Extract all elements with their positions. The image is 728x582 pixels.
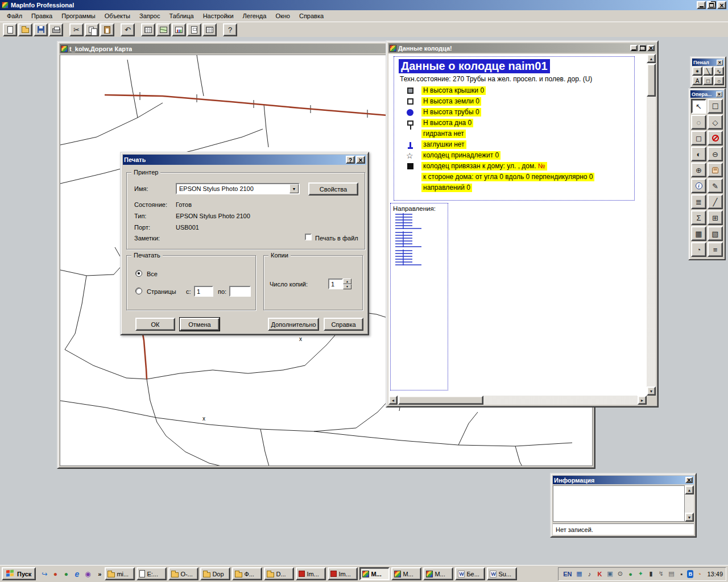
well-close-button[interactable]: [647, 45, 655, 51]
new-table-button[interactable]: [3, 23, 17, 36]
info-close-button[interactable]: [685, 477, 693, 483]
tray-usb-icon[interactable]: ↯: [656, 569, 665, 579]
drawing-toolbar-close-icon[interactable]: [717, 60, 723, 65]
info-scroll-down-button[interactable]: [685, 513, 694, 522]
taskbar-window-button[interactable]: M...: [359, 567, 390, 580]
clip-region-tool[interactable]: ◔: [691, 242, 706, 257]
start-button[interactable]: Пуск: [2, 567, 36, 580]
new-browser-tool[interactable]: ⊞: [708, 210, 723, 225]
taskbar-window-button[interactable]: mi...: [105, 567, 135, 580]
help-button[interactable]: ?: [223, 23, 237, 36]
menu-item[interactable]: Таблица: [164, 11, 198, 21]
menu-item[interactable]: Запрос: [135, 11, 164, 21]
new-mapper-button[interactable]: [156, 23, 171, 36]
quicklaunch-red-app-icon[interactable]: ●: [50, 568, 60, 580]
radius-select-tool[interactable]: ◌: [691, 115, 706, 130]
menu-item[interactable]: Справка: [295, 11, 328, 21]
boundary-select-tool[interactable]: ◻: [691, 131, 706, 146]
tray-update-icon[interactable]: ●: [626, 569, 635, 579]
well-window-titlebar[interactable]: Данные колодца!: [388, 43, 656, 53]
menu-item[interactable]: Легенда: [238, 11, 271, 21]
spinner-up-icon[interactable]: [343, 278, 351, 284]
operations-toolbar-close-icon[interactable]: [716, 92, 722, 97]
printer-select-dropdown-icon[interactable]: [289, 184, 299, 193]
tray-printer-icon[interactable]: ▤: [667, 569, 676, 579]
scroll-left-button[interactable]: [388, 396, 398, 405]
well-vertical-scrollbar[interactable]: [647, 54, 656, 396]
unselect-all-tool[interactable]: [708, 131, 723, 146]
taskbar-window-button[interactable]: Im...: [328, 567, 358, 580]
taskbar-window-button[interactable]: M...: [423, 567, 453, 580]
tray-antivirus-icon[interactable]: K: [595, 569, 604, 579]
menu-item[interactable]: Программы: [57, 11, 100, 21]
tray-scheduler-icon[interactable]: ⊙: [615, 569, 624, 579]
label-tool[interactable]: ✎: [708, 178, 723, 193]
scroll-down-button[interactable]: [647, 386, 656, 396]
print-all-radio[interactable]: [135, 270, 142, 277]
horizontal-scroll-thumb[interactable]: [398, 396, 483, 405]
legend-tool[interactable]: ≡: [708, 242, 723, 257]
print-button[interactable]: [49, 23, 63, 36]
advanced-button[interactable]: Дополнительно: [268, 318, 319, 331]
tray-cpu-icon[interactable]: ▪: [677, 569, 686, 579]
taskbar-window-button[interactable]: M...: [391, 567, 421, 580]
menu-item[interactable]: Правка: [27, 11, 57, 21]
info-tool[interactable]: [691, 178, 706, 193]
polyline-tool[interactable]: ∿: [714, 66, 724, 76]
tray-battery-icon[interactable]: ▮: [646, 569, 655, 579]
quicklaunch-overflow-chevron[interactable]: »: [96, 568, 103, 580]
paste-button[interactable]: [100, 23, 114, 36]
info-record-list[interactable]: [553, 485, 685, 522]
zoom-out-tool[interactable]: ⊖: [708, 147, 723, 161]
app-minimize-button[interactable]: [697, 1, 706, 9]
tray-volume-icon[interactable]: ♪: [585, 569, 594, 579]
open-table-button[interactable]: [18, 23, 32, 36]
scroll-right-button[interactable]: [638, 396, 647, 405]
quicklaunch-shortcut-icon[interactable]: ↪: [39, 568, 49, 580]
tray-messenger-icon[interactable]: ✦: [636, 569, 645, 579]
spinner-down-icon[interactable]: [343, 284, 351, 290]
select-tool[interactable]: ↖: [691, 99, 706, 114]
pages-to-input[interactable]: [229, 286, 251, 297]
quicklaunch-ie-icon[interactable]: e: [72, 568, 82, 580]
save-table-button[interactable]: [34, 23, 48, 36]
set-target-district-tool[interactable]: ▦: [691, 226, 706, 241]
taskbar-window-button[interactable]: Su...: [487, 567, 517, 580]
tray-network-icon[interactable]: ▦: [574, 569, 584, 579]
tray-display-icon[interactable]: ▣: [605, 569, 614, 579]
taskbar-window-button[interactable]: Бе...: [455, 567, 485, 580]
print-pages-radio[interactable]: [135, 288, 142, 294]
taskbar-window-button[interactable]: Dop: [200, 567, 230, 580]
well-minimize-button[interactable]: [630, 45, 638, 51]
taskbar-window-button[interactable]: O-...: [168, 567, 198, 580]
new-layout-button[interactable]: [187, 23, 201, 36]
ruler-tool[interactable]: ╱: [708, 194, 723, 209]
copy-button[interactable]: [85, 23, 99, 36]
undo-button[interactable]: ↶: [121, 23, 135, 36]
tray-bluetooth-icon[interactable]: B: [687, 570, 693, 578]
app-restore-button[interactable]: [707, 1, 716, 9]
printer-properties-button[interactable]: Свойства: [308, 182, 358, 196]
language-indicator[interactable]: EN: [561, 571, 573, 577]
print-dialog-titlebar[interactable]: Печать: [123, 155, 366, 165]
pages-from-input[interactable]: 1: [194, 286, 213, 297]
info-scroll-up-button[interactable]: [685, 485, 694, 494]
vertical-scroll-thumb[interactable]: [647, 64, 656, 97]
cut-button[interactable]: ✂: [69, 23, 84, 36]
menu-item[interactable]: Файл: [2, 11, 27, 21]
quicklaunch-green-app-icon[interactable]: ●: [61, 568, 71, 580]
drawing-toolbar-titlebar[interactable]: Пенал: [692, 59, 724, 66]
print-dialog-help-button[interactable]: [346, 156, 355, 164]
quicklaunch-media-icon[interactable]: ◉: [82, 568, 93, 580]
assign-selected-tool[interactable]: ▧: [708, 226, 723, 241]
marquee-select-tool[interactable]: ☐: [708, 99, 723, 114]
printer-select[interactable]: EPSON Stylus Photo 2100: [176, 183, 300, 194]
polygon-select-tool[interactable]: ◇: [708, 115, 723, 130]
tray-clock-sync-icon[interactable]: ◔: [694, 569, 704, 579]
copies-spinner[interactable]: 1: [328, 278, 351, 289]
rectangle-tool[interactable]: □: [703, 76, 713, 85]
taskbar-window-button[interactable]: D...: [264, 567, 294, 580]
zoom-in-tool[interactable]: ⊕: [691, 163, 706, 177]
text-tool[interactable]: A: [692, 76, 702, 85]
taskbar-window-button[interactable]: Ф...: [232, 567, 262, 580]
